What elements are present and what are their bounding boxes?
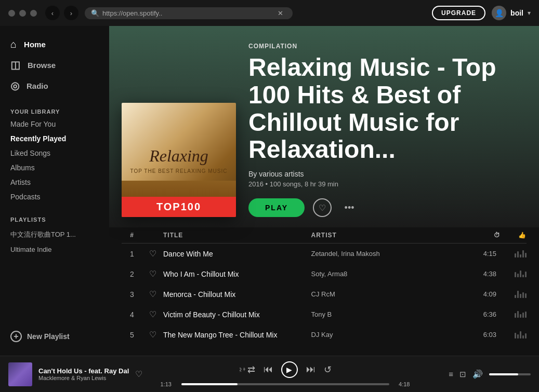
album-year: 2016 xyxy=(248,180,264,188)
username-label: boil xyxy=(510,9,523,17)
table-row[interactable]: 1 ♡ Dance With Me Zetandel, Irina Makosh… xyxy=(122,244,527,264)
sidebar-item-browse-label: Browse xyxy=(28,61,56,70)
player-thumbnail xyxy=(8,362,32,386)
tracklist: # TITLE ARTIST ⏱ 👍 1 ♡ Dance With Me Zet… xyxy=(109,227,539,356)
table-row[interactable]: 5 ♡ The New Mango Tree - Chillout Mix DJ… xyxy=(122,325,527,345)
sidebar-item-artists[interactable]: Artists xyxy=(0,175,109,190)
table-row[interactable]: 2 ♡ Who I Am - Chillout Mix Soty, Arma8 … xyxy=(122,264,527,284)
sidebar-item-radio-label: Radio xyxy=(27,82,48,90)
play-button[interactable]: PLAY xyxy=(248,198,305,217)
track-artist: DJ Kay xyxy=(311,331,459,339)
maximize-button[interactable] xyxy=(30,10,37,17)
sidebar-nav: ⌂ Home ◫ Browse ◎ Radio xyxy=(0,34,109,96)
sidebar-item-browse[interactable]: ◫ Browse xyxy=(4,55,105,75)
header-heart xyxy=(142,232,163,239)
upgrade-button[interactable]: UPGRADE xyxy=(432,6,485,20)
album-art-badge: TOP100 xyxy=(122,197,236,217)
track-duration: 4:38 xyxy=(459,270,501,278)
player-center: ⇄ ⏮ ▶ ⏭ ↺ 1:13 4:18 xyxy=(154,361,416,387)
repeat-button[interactable]: ↺ xyxy=(324,364,332,375)
forward-button[interactable]: › xyxy=(64,6,78,20)
table-row[interactable]: 3 ♡ Menorca - Chillout Mix CJ RcM 4:09 xyxy=(122,284,527,304)
header-duration: ⏱ xyxy=(459,232,501,239)
more-options-button[interactable]: ••• xyxy=(340,198,359,217)
album-details: 2016 • 100 songs, 8 hr 39 min xyxy=(248,180,527,188)
minimize-button[interactable] xyxy=(19,10,26,17)
nav-arrows: ‹ › xyxy=(45,6,78,20)
track-title: Menorca - Chillout Mix xyxy=(163,290,311,299)
plus-icon: + xyxy=(10,331,22,342)
url-bar[interactable]: 🔍 https://open.spotify.. ✕ xyxy=(85,7,293,19)
volume-icon[interactable]: 🔊 xyxy=(472,369,483,379)
main-layout: ⌂ Home ◫ Browse ◎ Radio YOUR LIBRARY Mad… xyxy=(0,26,539,356)
like-button[interactable]: ♡ xyxy=(313,198,332,217)
sidebar-item-albums[interactable]: Albums xyxy=(0,160,109,175)
sidebar-item-podcasts[interactable]: Podcasts xyxy=(0,190,109,204)
track-popularity-bars xyxy=(501,331,527,339)
sidebar-item-home-label: Home xyxy=(24,40,46,49)
track-number: 2 xyxy=(122,270,142,278)
volume-fill xyxy=(489,373,518,375)
home-icon: ⌂ xyxy=(10,38,17,50)
album-song-count: 100 songs xyxy=(270,180,301,188)
track-duration: 4:09 xyxy=(459,290,501,298)
album-info: COMPILATION Relaxing Music - Top 100 Hit… xyxy=(248,43,527,217)
track-duration: 4:15 xyxy=(459,250,501,258)
track-number: 3 xyxy=(122,290,142,299)
track-popularity-bars xyxy=(501,271,527,277)
track-heart-icon[interactable]: ♡ xyxy=(142,309,163,319)
album-art-title: Relaxing xyxy=(149,146,208,166)
track-heart-icon[interactable]: ♡ xyxy=(142,289,163,299)
playlists-section-title: PLAYLISTS xyxy=(4,212,105,227)
search-icon: 🔍 xyxy=(91,9,99,17)
player-right: ≡ ⊡ 🔊 xyxy=(416,369,531,379)
header-title: TITLE xyxy=(163,232,311,239)
album-title: Relaxing Music - Top 100 Hits & Best of … xyxy=(248,54,527,164)
topbar-right: UPGRADE 👤 boil ▾ xyxy=(432,6,531,20)
url-close-icon[interactable]: ✕ xyxy=(278,9,283,17)
track-artist: Tony B xyxy=(311,310,459,318)
track-heart-icon[interactable]: ♡ xyxy=(142,330,163,340)
current-time: 1:13 xyxy=(161,381,177,387)
player-controls: ⇄ ⏮ ▶ ⏭ ↺ xyxy=(239,361,332,378)
sidebar-item-recently-played[interactable]: Recently Played xyxy=(0,131,109,146)
playlist-item-chinese-top[interactable]: 中文流行歌曲TOP 1... xyxy=(4,227,105,242)
sidebar-item-home[interactable]: ⌂ Home xyxy=(4,34,105,55)
back-button[interactable]: ‹ xyxy=(45,6,60,20)
track-heart-icon[interactable]: ♡ xyxy=(142,249,163,259)
progress-bar[interactable] xyxy=(181,383,389,385)
album-art: Relaxing TOP THE BEST RELAXING MUSIC TOP… xyxy=(122,103,236,217)
user-area[interactable]: 👤 boil ▾ xyxy=(492,6,531,20)
window-controls xyxy=(8,10,37,17)
next-button[interactable]: ⏭ xyxy=(306,364,315,375)
track-title: Dance With Me xyxy=(163,250,311,258)
track-number: 5 xyxy=(122,331,142,339)
browse-icon: ◫ xyxy=(10,59,20,71)
previous-button[interactable]: ⏮ xyxy=(264,364,273,375)
shuffle-button[interactable]: ⇄ xyxy=(239,364,255,375)
album-by-label: By various artists xyxy=(248,170,527,178)
tracklist-header: # TITLE ARTIST ⏱ 👍 xyxy=(122,227,527,244)
queue-icon[interactable]: ≡ xyxy=(449,370,453,379)
play-pause-button[interactable]: ▶ xyxy=(281,361,298,378)
playlists-section: PLAYLISTS 中文流行歌曲TOP 1... Ultimate Indie xyxy=(0,212,109,256)
player-like-icon[interactable]: ♡ xyxy=(135,369,142,379)
album-art-subtitle: TOP THE BEST RELAXING MUSIC xyxy=(130,168,228,174)
playlist-item-ultimate-indie[interactable]: Ultimate Indie xyxy=(4,242,105,256)
new-playlist-button[interactable]: + New Playlist xyxy=(0,326,109,347)
volume-bar[interactable] xyxy=(489,373,531,375)
track-popularity-bars xyxy=(501,311,527,318)
devices-icon[interactable]: ⊡ xyxy=(459,370,466,379)
player-thumb-art xyxy=(8,362,32,386)
progress-fill xyxy=(181,383,238,385)
track-heart-icon[interactable]: ♡ xyxy=(142,269,163,279)
sidebar-item-made-for-you[interactable]: Made For You xyxy=(0,117,109,131)
radio-icon: ◎ xyxy=(10,79,19,92)
close-button[interactable] xyxy=(8,10,15,17)
album-duration: 8 hr 39 min xyxy=(305,180,338,188)
track-duration: 6:36 xyxy=(459,310,501,318)
table-row[interactable]: 4 ♡ Victim of Beauty - Chillout Mix Tony… xyxy=(122,304,527,325)
sidebar-item-liked-songs[interactable]: Liked Songs xyxy=(0,146,109,160)
sidebar-item-radio[interactable]: ◎ Radio xyxy=(4,75,105,96)
sidebar: ⌂ Home ◫ Browse ◎ Radio YOUR LIBRARY Mad… xyxy=(0,26,109,356)
